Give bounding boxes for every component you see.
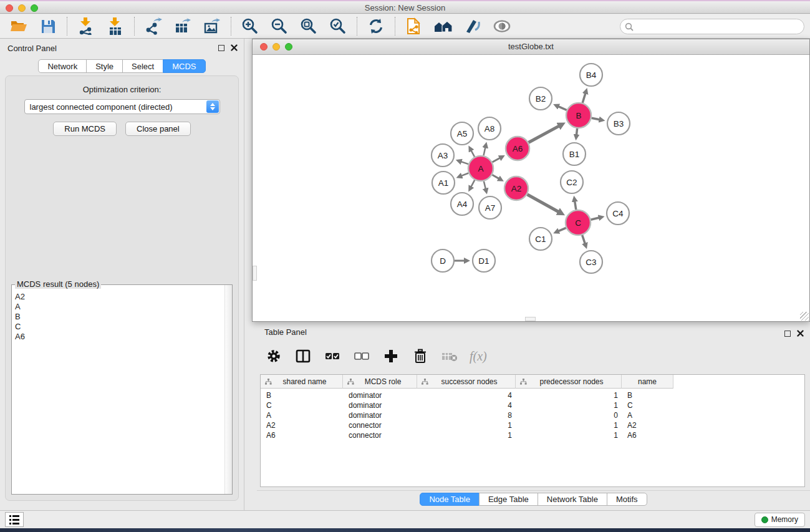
table-row[interactable]: A6connector11A6: [261, 430, 804, 440]
select-all-button[interactable]: [323, 347, 342, 365]
tab-network-table[interactable]: Network Table: [538, 493, 607, 506]
graph-node-D1[interactable]: D1: [473, 249, 495, 272]
memory-button[interactable]: Memory: [755, 513, 805, 527]
graph-edge-A-A5[interactable]: [471, 150, 475, 157]
graph-edge-B-B3[interactable]: [592, 118, 600, 120]
table-settings-button[interactable]: [264, 347, 283, 365]
column-header-predecessor-nodes[interactable]: predecessor nodes: [516, 375, 622, 389]
graph-edge-A6-B[interactable]: [529, 126, 559, 142]
graph-node-C[interactable]: C: [566, 210, 591, 235]
graph-node-C2[interactable]: C2: [561, 171, 583, 193]
graph-node-A5[interactable]: A5: [451, 122, 473, 145]
graph-edge-C-C1[interactable]: [558, 228, 566, 231]
table-cell: connector: [343, 421, 417, 430]
result-scrollbar[interactable]: [224, 285, 232, 494]
graph-node-A6[interactable]: A6: [506, 137, 529, 160]
zoom-out-button[interactable]: [270, 17, 289, 36]
run-mcds-button[interactable]: Run MCDS: [53, 122, 117, 136]
graph-edge-B-B4[interactable]: [582, 94, 586, 103]
save-session-button[interactable]: [39, 17, 57, 36]
graph-node-A[interactable]: A: [468, 156, 493, 181]
search-input[interactable]: [636, 21, 804, 33]
cybrowser-home-button[interactable]: [434, 17, 453, 36]
graph-node-A3[interactable]: A3: [432, 144, 454, 167]
column-header-name[interactable]: name: [622, 375, 673, 389]
graph-node-B1[interactable]: B1: [563, 143, 586, 165]
graph-edge-C-C2[interactable]: [575, 201, 576, 210]
float-table-panel-icon[interactable]: [784, 331, 791, 337]
table-cell: 1: [417, 431, 516, 440]
refresh-button[interactable]: [367, 17, 385, 36]
export-network-button[interactable]: [144, 17, 163, 36]
node-table[interactable]: shared nameMCDS rolesuccessor nodesprede…: [260, 374, 805, 487]
criterion-select[interactable]: largest connected component (directed): [24, 99, 220, 114]
float-panel-icon[interactable]: [218, 45, 224, 51]
graph-edge-C-C4[interactable]: [591, 218, 599, 220]
add-column-button[interactable]: [382, 347, 400, 365]
graph-node-A7[interactable]: A7: [479, 196, 501, 219]
tab-node-table[interactable]: Node Table: [420, 493, 480, 506]
tab-edge-table[interactable]: Edge Table: [479, 493, 538, 506]
mcds-result-list: A2ABCA6: [12, 285, 232, 344]
table-row[interactable]: Bdominator41B: [261, 390, 804, 400]
table-row[interactable]: Adominator80A: [261, 410, 804, 420]
graph-node-C3[interactable]: C3: [580, 251, 602, 273]
graph-node-A1[interactable]: A1: [432, 172, 455, 194]
network-window-titlebar[interactable]: testGlobe.txt: [253, 39, 809, 55]
graph-edge-A2-C[interactable]: [527, 195, 558, 212]
graph-edge-A-A2[interactable]: [492, 175, 499, 178]
graph-edge-A-A7[interactable]: [484, 181, 486, 188]
tab-style[interactable]: Style: [86, 59, 123, 73]
zoom-fit-button[interactable]: [299, 17, 318, 36]
table-row[interactable]: A2connector11A2: [261, 420, 804, 430]
network-canvas[interactable]: AA1A2A3A4A5A6A7A8BB1B2B3B4CC1C2C3C4DD1: [253, 56, 809, 321]
graph-node-C4[interactable]: C4: [607, 202, 629, 225]
graph-node-A4[interactable]: A4: [451, 193, 473, 215]
graph-node-B2[interactable]: B2: [529, 87, 552, 110]
column-header-mcds-role[interactable]: MCDS role: [343, 375, 417, 389]
graph-edge-A-A4[interactable]: [471, 180, 475, 187]
export-table-button[interactable]: [173, 17, 192, 36]
graph-edge-B-B2[interactable]: [558, 107, 566, 110]
close-panel-icon[interactable]: [231, 44, 238, 51]
graph-node-C1[interactable]: C1: [529, 228, 552, 250]
search-field[interactable]: [620, 19, 804, 34]
graph-node-B3[interactable]: B3: [607, 112, 630, 135]
zoom-in-button[interactable]: [241, 17, 259, 36]
graph-node-A2[interactable]: A2: [504, 177, 528, 200]
import-network-button[interactable]: [77, 17, 95, 36]
show-columns-button[interactable]: [294, 347, 312, 365]
import-table-button[interactable]: [106, 17, 125, 36]
graph-edge-A-A6[interactable]: [492, 158, 499, 162]
network-scrollbar-horizontal[interactable]: [525, 317, 536, 321]
style-help-button[interactable]: [463, 17, 482, 36]
new-network-from-file-button[interactable]: [405, 17, 423, 36]
graph-node-B4[interactable]: B4: [580, 64, 602, 86]
graph-node-B[interactable]: B: [566, 103, 591, 128]
show-hide-button[interactable]: [493, 17, 511, 36]
network-scrollbar-vertical[interactable]: [253, 266, 257, 281]
graph-edge-A-A3[interactable]: [461, 162, 468, 164]
tab-motifs[interactable]: Motifs: [607, 493, 647, 506]
tab-network[interactable]: Network: [38, 59, 87, 73]
graph-edge-A-A1[interactable]: [461, 173, 468, 176]
column-header-successor-nodes[interactable]: successor nodes: [417, 375, 516, 389]
graph-node-D[interactable]: D: [432, 249, 454, 272]
graph-edge-A-A8[interactable]: [483, 147, 485, 155]
graph-node-A8[interactable]: A8: [478, 117, 501, 140]
zoom-selected-button[interactable]: [329, 17, 347, 36]
close-panel-button[interactable]: Close panel: [125, 122, 191, 136]
deselect-all-button[interactable]: [352, 347, 371, 365]
graph-edge-B-B1[interactable]: [576, 128, 577, 135]
delete-column-button[interactable]: [411, 347, 430, 365]
close-table-panel-icon[interactable]: [797, 330, 804, 337]
table-row[interactable]: Cdominator41C: [261, 400, 804, 410]
task-history-button[interactable]: [5, 512, 24, 527]
tab-select[interactable]: Select: [122, 59, 163, 73]
graph-edge-C-C3[interactable]: [582, 235, 586, 244]
column-header-shared-name[interactable]: shared name: [261, 375, 343, 389]
resize-grip-icon[interactable]: [800, 312, 809, 321]
open-session-button[interactable]: [9, 17, 28, 36]
tab-mcds[interactable]: MCDS: [163, 59, 205, 73]
export-image-button[interactable]: [203, 17, 221, 36]
